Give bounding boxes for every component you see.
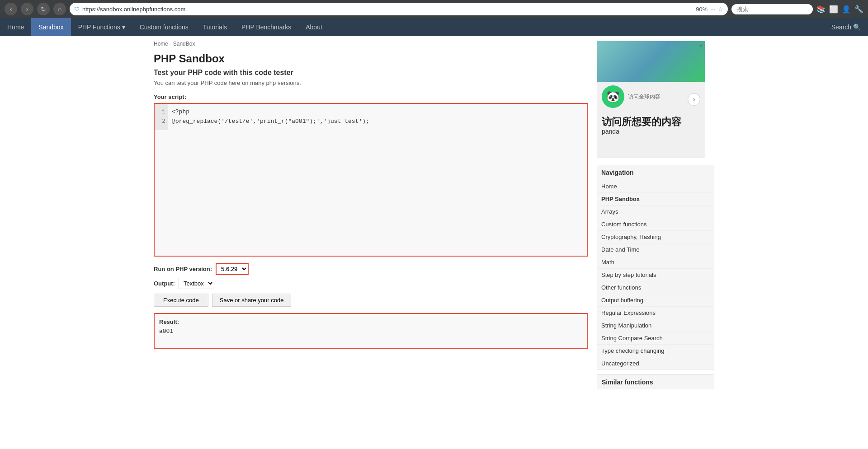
refresh-button[interactable]: ↻	[37, 3, 50, 15]
browser-chrome: ‹ › ↻ ⌂ 🛡 https://sandbox.onlinephpfunct…	[0, 0, 868, 18]
nav-link-sandbox[interactable]: PHP Sandbox	[597, 193, 714, 206]
code-line-1: <?php	[172, 108, 189, 115]
profile-icon: 👤	[842, 5, 851, 14]
content-area: Home - SandBox PHP Sandbox Test your PHP…	[154, 41, 588, 389]
nav-home[interactable]: Home	[0, 18, 31, 36]
nav-link-math[interactable]: Math	[597, 256, 714, 269]
ad-brand: panda	[602, 128, 700, 135]
nav-tutorials[interactable]: Tutorials	[196, 18, 234, 36]
btn-row: Execute code Save or share your code	[154, 294, 588, 307]
extensions-icon: 🔧	[854, 5, 863, 14]
script-label: Your script:	[154, 94, 588, 100]
panda-icon: 🐼	[602, 85, 624, 108]
result-label: Result:	[159, 318, 582, 325]
controls-row: Run on PHP version: 5.6.29 7.0 7.4 8.0 8…	[154, 263, 588, 275]
nav-php-benchmarks[interactable]: PHP Benchmarks	[234, 18, 298, 36]
nav-link-datetime[interactable]: Date and Time	[597, 243, 714, 256]
breadcrumb-current: SandBox	[173, 41, 195, 47]
line-number-2: 2	[157, 117, 165, 126]
page-subtitle: Test your PHP code with this code tester	[154, 69, 588, 77]
breadcrumb-home[interactable]: Home	[154, 41, 168, 47]
ad-close-button[interactable]: ✕	[699, 43, 703, 49]
forward-button[interactable]: ›	[21, 3, 33, 15]
nav-link-home[interactable]: Home	[597, 180, 714, 193]
nav-link-compare[interactable]: String Compare Search	[597, 332, 714, 345]
breadcrumb-separator: -	[170, 41, 173, 47]
execute-button[interactable]: Execute code	[154, 294, 208, 307]
bookmark-icon: ☆	[718, 6, 723, 13]
ad-top-text: 访问全球内容	[628, 93, 660, 101]
ad-chevron-button[interactable]: ›	[688, 93, 700, 106]
browser-toolbar: 📚 ⬜ 👤 🔧	[816, 5, 863, 14]
nav-link-buffering[interactable]: Output buffering	[597, 294, 714, 307]
page-title: PHP Sandbox	[154, 52, 588, 65]
back-button[interactable]: ‹	[5, 3, 17, 15]
nav-about[interactable]: About	[298, 18, 330, 36]
output-label: Output:	[154, 280, 175, 287]
similar-box-title: Similar functions	[597, 374, 714, 389]
nav-link-crypto[interactable]: Cryptography, Hashing	[597, 231, 714, 243]
page-desc: You can test your PHP code here on many …	[154, 80, 588, 86]
nav-link-regex[interactable]: Regular Expressions	[597, 307, 714, 319]
output-row: Output: Textbox HTML	[154, 278, 588, 289]
home-button[interactable]: ⌂	[53, 3, 66, 15]
zoom-level: 90%	[696, 6, 708, 13]
code-line-2: @preg_replace('/test/e','print_r("a001")…	[172, 118, 369, 125]
nav-sandbox[interactable]: Sandbox	[31, 18, 71, 36]
ad-map	[597, 41, 705, 82]
nav-link-uncategorized[interactable]: Uncategorized	[597, 357, 714, 370]
nav-link-typecheck[interactable]: Type checking changing	[597, 345, 714, 357]
window-icon: ⬜	[829, 5, 838, 14]
nav-link-tutorials[interactable]: Step by step tutorials	[597, 269, 714, 281]
result-value: a001	[159, 328, 582, 335]
nav-link-string[interactable]: String Manipulation	[597, 319, 714, 332]
breadcrumb: Home - SandBox	[154, 41, 588, 47]
output-type-select[interactable]: Textbox HTML	[179, 278, 214, 289]
nav-link-arrays[interactable]: Arrays	[597, 206, 714, 218]
result-container: Result: a001	[154, 313, 588, 349]
sidebar: ✕ 🐼 访问全球内容 访问所想要的内容 panda › Navigation H…	[597, 41, 714, 389]
line-number-1: 1	[157, 108, 165, 117]
ad-inner: 访问所想要的内容 panda	[597, 112, 705, 140]
code-content[interactable]: <?php @preg_replace('/test/e','print_r("…	[168, 104, 587, 130]
shield-icon: 🛡	[74, 6, 80, 12]
browser-search-input[interactable]	[731, 4, 813, 14]
nav-box-title: Navigation	[597, 165, 714, 180]
more-icon: ···	[710, 6, 715, 13]
main-layout: Home - SandBox PHP Sandbox Test your PHP…	[145, 36, 723, 394]
code-editor[interactable]: 1 2 <?php @preg_replace('/test/e','print…	[154, 103, 588, 257]
save-button[interactable]: Save or share your code	[212, 294, 292, 307]
php-version-select[interactable]: 5.6.29 7.0 7.4 8.0 8.1	[216, 263, 249, 275]
nav-custom-functions[interactable]: Custom functions	[132, 18, 196, 36]
line-numbers: 1 2	[155, 104, 168, 130]
nav-link-custom[interactable]: Custom functions	[597, 218, 714, 231]
nav-box: Navigation Home PHP Sandbox Arrays Custo…	[597, 165, 714, 370]
nav-php-functions[interactable]: PHP Functions ▾	[71, 18, 132, 36]
nav-search[interactable]: Search 🔍	[824, 23, 868, 31]
url-text: https://sandbox.onlinephpfunctions.com	[82, 6, 691, 13]
address-bar[interactable]: 🛡 https://sandbox.onlinephpfunctions.com…	[70, 3, 728, 15]
nav-link-other[interactable]: Other functions	[597, 281, 714, 294]
bookmarks-icon: 📚	[816, 5, 826, 14]
ad-title: 访问所想要的内容	[602, 116, 700, 128]
php-version-label: Run on PHP version:	[154, 266, 212, 272]
ad-box: ✕ 🐼 访问全球内容 访问所想要的内容 panda ›	[597, 41, 705, 158]
top-nav: Home Sandbox PHP Functions ▾ Custom func…	[0, 18, 868, 36]
